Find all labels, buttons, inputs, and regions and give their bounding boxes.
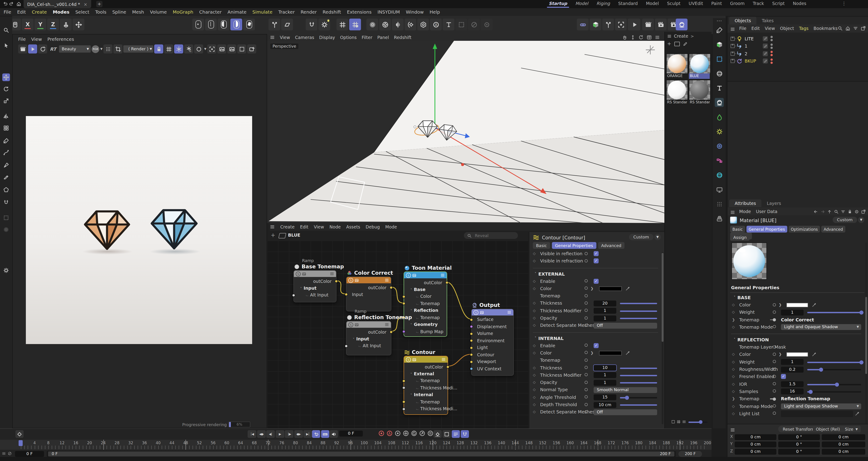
input-port[interactable] bbox=[470, 346, 473, 349]
slider-handle[interactable] bbox=[835, 382, 839, 387]
tab-layers[interactable]: Layers bbox=[762, 199, 786, 207]
visibility-dots[interactable] bbox=[771, 51, 773, 56]
transport-frame-next-button[interactable]: ⏐▶ bbox=[285, 430, 293, 438]
slider-handle[interactable] bbox=[859, 360, 864, 364]
material-item-rs-standard[interactable]: RS Standard bbox=[689, 80, 710, 105]
value-field[interactable]: 20 bbox=[594, 300, 616, 306]
node-menu-icon[interactable] bbox=[441, 357, 446, 362]
select-field[interactable]: Smooth Normal bbox=[594, 387, 657, 393]
filter-icon[interactable] bbox=[841, 209, 845, 214]
visibility-dots[interactable] bbox=[771, 43, 773, 49]
input-port[interactable] bbox=[402, 379, 405, 382]
tab-optimizations[interactable]: Optimizations bbox=[788, 226, 820, 233]
target-icon[interactable] bbox=[855, 209, 859, 214]
keytool-keysel-button[interactable] bbox=[434, 430, 442, 438]
select-field[interactable]: Off bbox=[594, 409, 657, 415]
palette-monitor-icon[interactable] bbox=[715, 185, 724, 194]
range-start-field[interactable]: 0 F bbox=[15, 451, 44, 457]
solo-icon[interactable]: S bbox=[473, 310, 478, 315]
material-preview[interactable] bbox=[732, 242, 767, 280]
value-field[interactable]: 1 bbox=[781, 359, 804, 365]
toggle-loopic-button[interactable] bbox=[312, 430, 320, 438]
viewport-rotate-icon[interactable] bbox=[639, 35, 644, 40]
layout-tab-nodes[interactable]: Nodes bbox=[792, 1, 807, 6]
preview-icon[interactable] bbox=[412, 357, 416, 362]
add-material-icon[interactable]: + bbox=[271, 232, 275, 238]
section-reflection[interactable]: ˅REFLECTION bbox=[727, 336, 865, 343]
solo-icon[interactable]: S bbox=[348, 322, 353, 327]
material-tab[interactable]: BLUE bbox=[288, 233, 300, 237]
toolbar-Y-button[interactable]: Y bbox=[34, 19, 46, 30]
slider-handle[interactable] bbox=[859, 311, 864, 315]
menu-spline[interactable]: Spline bbox=[112, 9, 126, 14]
value-field[interactable]: 10 bbox=[594, 365, 616, 371]
objects-menu-tags[interactable]: Tags bbox=[799, 26, 809, 31]
objects-menu-view[interactable]: View bbox=[765, 26, 775, 31]
record-recparam-button[interactable] bbox=[427, 430, 434, 436]
wireframe-diamond[interactable] bbox=[417, 119, 438, 139]
input-port[interactable] bbox=[345, 344, 348, 348]
output-port[interactable] bbox=[335, 279, 338, 283]
viewport-menu-view[interactable]: View bbox=[280, 35, 290, 40]
popout-icon[interactable] bbox=[861, 26, 866, 31]
toolbar-axisarrows-icon[interactable] bbox=[269, 19, 280, 30]
frame-ruler[interactable]: 0481216202428323640444852566064687276808… bbox=[0, 440, 712, 450]
checkbox[interactable]: ✓ bbox=[781, 374, 786, 379]
toolbar-target-icon[interactable] bbox=[481, 19, 493, 30]
slider-handle[interactable] bbox=[625, 396, 629, 400]
renderview-menu-file[interactable]: File bbox=[18, 37, 26, 42]
menu-volume[interactable]: Volume bbox=[150, 9, 167, 14]
layout-tab-paint[interactable]: Paint bbox=[710, 1, 723, 6]
menu-create[interactable]: Create bbox=[32, 9, 47, 14]
menu-icon[interactable] bbox=[730, 210, 735, 215]
node-menu-debug[interactable]: Debug bbox=[366, 224, 380, 229]
node-contour[interactable]: ContourSoutColor˅External⌐Tonemap⌐Thickn… bbox=[404, 356, 448, 415]
menu-character[interactable]: Character bbox=[199, 9, 222, 14]
section-internal[interactable]: ˅INTERNAL bbox=[529, 335, 662, 342]
color-swatch[interactable] bbox=[786, 303, 808, 307]
toolbar-parengear-icon[interactable] bbox=[405, 19, 416, 30]
value-field[interactable]: 1 bbox=[594, 308, 616, 314]
coord-rotation-field[interactable]: 0 ° bbox=[778, 441, 820, 448]
viewport-menu-display[interactable]: Display bbox=[319, 35, 335, 40]
toolbar-move-icon[interactable] bbox=[72, 19, 84, 30]
tab-basic[interactable]: Basic bbox=[730, 226, 745, 233]
document-tab[interactable]: DIA_Cel-sh..._v001.c4d * × bbox=[24, 0, 91, 8]
node-menu-mode[interactable]: Mode bbox=[385, 224, 397, 229]
tab-objects[interactable]: Objects bbox=[729, 17, 756, 25]
renderview-image-add-icon[interactable] bbox=[247, 44, 256, 54]
slider-handle[interactable] bbox=[819, 368, 823, 372]
coord-position-field[interactable]: 0 cm bbox=[735, 449, 776, 455]
toolbar-cubegreen-icon[interactable] bbox=[590, 19, 601, 30]
renderview-ipr-play-icon[interactable] bbox=[28, 44, 37, 54]
slider-track[interactable] bbox=[807, 391, 861, 393]
select-field[interactable]: Off bbox=[594, 323, 657, 329]
anim-circle[interactable] bbox=[773, 367, 776, 370]
viewport-canvas[interactable]: Perspective bbox=[267, 41, 664, 223]
anim-circle[interactable] bbox=[585, 301, 588, 305]
renderview-compare-icon[interactable] bbox=[237, 44, 246, 54]
menu-render[interactable]: Render bbox=[301, 9, 317, 14]
toolbar-axiscube-icon[interactable] bbox=[60, 19, 72, 30]
toolbar-button-button[interactable] bbox=[243, 19, 255, 30]
select-field[interactable]: Light and Opaque Shadow▼ bbox=[781, 324, 861, 330]
node-header[interactable]: S bbox=[404, 272, 447, 278]
node-menu-icon[interactable] bbox=[384, 322, 389, 327]
renderview-menu-view[interactable]: View bbox=[31, 37, 42, 42]
palette-dropgreen-icon[interactable] bbox=[715, 112, 724, 122]
linked-node-label[interactable]: Reflection Tonemap bbox=[781, 395, 830, 403]
input-port[interactable] bbox=[470, 360, 473, 363]
anim-circle[interactable] bbox=[773, 375, 776, 378]
anim-circle[interactable] bbox=[773, 390, 776, 393]
add-material-icon[interactable]: + bbox=[667, 41, 671, 47]
renderview-focus-icon[interactable] bbox=[207, 44, 216, 54]
toolbar-clap-icon[interactable] bbox=[642, 19, 654, 30]
view-size-icon[interactable] bbox=[677, 420, 681, 424]
layout-tab-model[interactable]: Model bbox=[645, 1, 660, 6]
toolbar-button-button[interactable] bbox=[218, 19, 229, 30]
toolbar-play-icon[interactable] bbox=[628, 19, 640, 30]
object-row-2[interactable]: +2 bbox=[727, 50, 868, 57]
preset-dropdown-arrow-icon[interactable]: ▼ bbox=[858, 217, 864, 223]
anim-circle[interactable] bbox=[773, 412, 776, 415]
close-icon[interactable]: × bbox=[84, 2, 87, 7]
